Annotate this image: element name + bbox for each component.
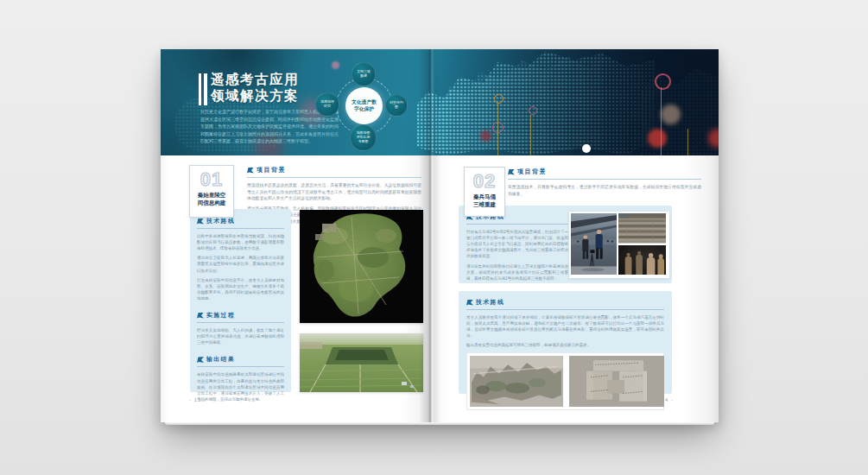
decor-line — [530, 115, 531, 155]
paragraph: 针对秦兵马俑1号坑和2号坑室内大场景建模，特别设计了一套门式提升平台和一套二维飞… — [466, 229, 568, 260]
orthophoto-image — [300, 210, 423, 323]
diagram-node-terrain-monitoring: 地形地图 变化监测 专题图 — [350, 124, 377, 151]
pointcloud-collage — [466, 352, 664, 410]
page-number: - 13 - — [189, 397, 206, 402]
warriors-photo-image — [618, 245, 666, 276]
heading-rule — [197, 366, 284, 367]
paragraph: 经过多天实地踏勘、无人机拍摄，收集了整个遗址约60平方公里的地表信息，并进行遥感… — [197, 327, 284, 345]
flag-icon — [466, 300, 473, 306]
bokeh-gray — [661, 104, 681, 124]
project-name: 秦兵马俑 三维重建 — [465, 193, 504, 208]
world-map-dots — [416, 49, 655, 155]
diagram-center-node: 文化遗产数 字化保护 — [345, 87, 383, 124]
heading-rule — [508, 179, 701, 180]
page-number: - 14 - — [656, 397, 674, 402]
ring-pink-icon — [529, 106, 537, 115]
paragraph: 采用遥感技术，开展数字化虚拟考古，通过数字手段记录实地采集数据，生成模拟文物三维… — [508, 184, 701, 197]
title-line-1: 遥感考古应用 — [211, 72, 299, 86]
ring-orange-icon — [494, 94, 504, 104]
paragraph: 秦始皇陵空间信息构建是对大型遗址区域进行空间信息应用的示范工程，也是科技与考古结… — [197, 371, 284, 402]
section-heading: 项目背景 — [257, 166, 286, 174]
section-project-background-right: 项目背景 采用遥感技术，开展数字化虚拟考古，通过数字手段记录实地采集数据，生成模… — [508, 168, 701, 200]
project-number: 01 — [190, 169, 233, 189]
flag-icon — [508, 169, 515, 175]
brochure-spread: 遥感考古应用 领域解决方案 对历史文化遗产进行数字化保护，基于高分辨率卫星和无人… — [161, 49, 719, 422]
heading-rule — [466, 309, 664, 310]
flag-icon — [197, 357, 204, 363]
decor-line — [497, 103, 498, 155]
paragraph: 通过采集的时间和图像特征建立上万张文物照片的遥感拟合关系，根据区外约束完成多角度… — [466, 263, 568, 282]
paragraph: 考古人员将所有照片通过扫描下来并编织，计算机根据数据碎片形状进行磨合匹配，修复一… — [466, 314, 664, 339]
project-number-box-02: 02 秦兵马俑 三维重建 — [464, 167, 505, 217]
section-heading: 技术路线 — [476, 298, 504, 307]
bokeh-white-dot — [582, 144, 591, 153]
diagram-node-3d-reconstruction: 文物三维 重建 — [352, 62, 376, 86]
aerial-photo-image — [300, 333, 423, 392]
ring-red-icon — [655, 73, 671, 90]
paragraph: 以航空多光谱图像和全色图像为数据源，结合地物配准特征和飞行姿态参数，使用数字摄影… — [197, 233, 284, 251]
flag-icon — [197, 218, 204, 225]
pointcloud-image-right — [569, 356, 664, 407]
fieldwork-photo-image — [571, 213, 617, 275]
section-heading: 实施过程 — [206, 311, 235, 320]
tech-panel-right-2: 技术路线 考古人员将所有照片通过扫描下来并编织，计算机根据数据碎片形状进行磨合匹… — [459, 291, 672, 394]
heading-rule — [197, 322, 284, 323]
heading-rule — [247, 177, 421, 178]
paragraph: 通过光学卫星和无人机遥感，用高分辨率方法还原测量区大场景和细节地形比率，重建内遗… — [197, 255, 284, 273]
diagram-node-time-series: 时空序列 图 — [385, 94, 408, 117]
project-number: 02 — [465, 171, 504, 191]
tech-panel-right-1: 技术路线 针对秦兵马俑1号坑和2号坑室内大场景建模，特别设计了一套门式提升平台和… — [459, 206, 672, 283]
bokeh-red — [648, 129, 667, 148]
project-name: 秦始皇陵空 间信息构建 — [190, 191, 233, 206]
title-accent-bars — [199, 73, 207, 105]
banner: 遥感考古应用 领域解决方案 对历史文化遗产进行数字化保护，基于高分辨率卫星和无人… — [161, 49, 719, 155]
page-title: 遥感考古应用 领域解决方案 — [211, 72, 299, 104]
bokeh-pink-dot — [332, 61, 339, 69]
pit-aerial-image — [618, 213, 666, 244]
title-line-2: 领域解决方案 — [211, 88, 299, 103]
section-heading: 输出结果 — [206, 355, 235, 364]
flag-icon — [197, 313, 204, 319]
project-number-box-01: 01 秦始皇陵空 间信息构建 — [189, 165, 234, 218]
section-heading: 项目背景 — [517, 168, 547, 176]
heading-rule — [466, 224, 568, 225]
photo-collage — [569, 212, 669, 278]
pointcloud-image-left — [470, 356, 563, 407]
paragraph: 输出具有实景信息的高精度可视化三维模型，能够满足虚拟展示的需求。 — [466, 342, 664, 348]
decor-line — [661, 87, 662, 155]
heading-rule — [197, 228, 284, 229]
tech-panel-left: 技术路线 以航空多光谱图像和全色图像为数据源，结合地物配准特征和飞行姿态参数，使… — [190, 209, 291, 392]
section-heading: 技术路线 — [206, 217, 235, 225]
bokeh-darkred — [480, 130, 491, 142]
paragraph: 打造秦始皇陵空间信息平台，使考古人员能够对地图、水系、皇陵周边农业生产、植被生长… — [197, 277, 284, 301]
banner-intro-text: 对历史文化遗产进行数字化保护，基于高分辨率卫星和无人机航测，遥感提供大遗址区域三… — [200, 108, 339, 145]
decor-line — [687, 129, 688, 155]
diagram-node-remote-sensing-env: 遥感地理 环境 — [315, 92, 339, 117]
paragraph: 用遥感技术还原遗迹的原貌，还原历史生活，具有重要的文化和社会价值。大遗址数据模拟… — [247, 182, 421, 202]
flag-icon — [247, 168, 254, 174]
